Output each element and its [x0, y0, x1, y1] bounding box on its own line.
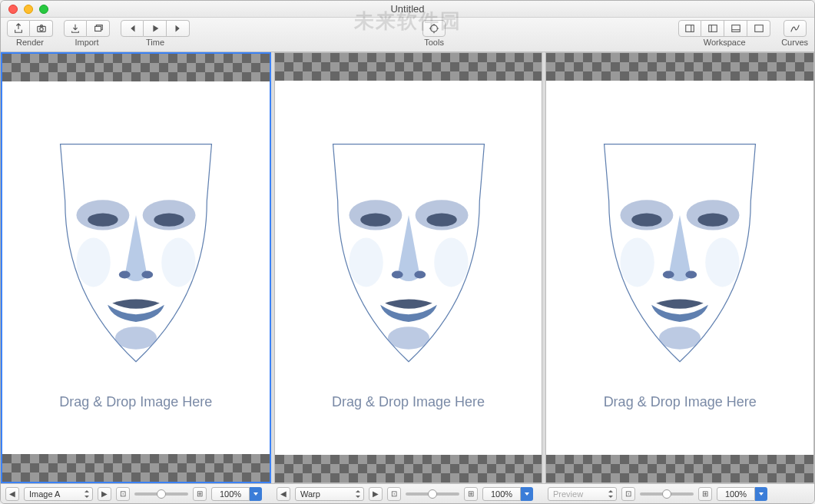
import-file-button[interactable]: [64, 20, 87, 37]
zoom-value: 100%: [211, 487, 250, 501]
workspace-1-button[interactable]: [678, 20, 701, 37]
traffic-lights: [1, 5, 48, 14]
svg-rect-15: [708, 25, 717, 32]
minimize-button[interactable]: [24, 5, 33, 14]
pane-warp[interactable]: Drag & Drop Image Here: [274, 52, 543, 483]
checker-bottom: [2, 454, 270, 482]
zoom-slider[interactable]: [406, 492, 459, 496]
mask-icon: [309, 125, 509, 371]
zoom-slider[interactable]: [640, 492, 694, 496]
next-image-button[interactable]: ▶: [98, 487, 111, 501]
curves-group: Curves: [781, 20, 808, 47]
checker-bottom: [275, 455, 542, 482]
svg-rect-16: [731, 25, 740, 32]
drop-text: Drag & Drop Image Here: [59, 394, 212, 410]
mask-icon: [36, 125, 236, 371]
tools-label: Tools: [424, 38, 444, 47]
image-selector[interactable]: Image A: [24, 487, 93, 501]
toolbar: 未来软件园 Render Import Time Tools: [1, 18, 814, 52]
pane-image-a[interactable]: Drag & Drop Image Here: [1, 52, 271, 483]
preview-selector[interactable]: Preview: [548, 487, 617, 501]
export-button[interactable]: [7, 20, 30, 37]
render-label: Render: [16, 38, 44, 47]
prev-image-button[interactable]: ◀: [5, 487, 19, 501]
pane-preview[interactable]: Drag & Drop Image Here: [545, 52, 814, 483]
bottom-section-a: ◀ Image A ▶ ⊡ ⊞ 100%: [1, 484, 272, 503]
svg-point-11: [39, 28, 42, 31]
svg-rect-12: [94, 26, 101, 31]
titlebar: Untitled: [1, 1, 814, 18]
svg-rect-14: [686, 25, 694, 32]
time-group: Time: [121, 20, 190, 47]
drop-text: Drag & Drop Image Here: [604, 394, 757, 410]
checker-bottom: [546, 455, 813, 482]
mask-icon: [580, 125, 780, 371]
checker-top: [275, 53, 542, 81]
import-group: Import: [64, 20, 110, 47]
zoom-reset-button[interactable]: ⊞: [464, 487, 478, 501]
import-label: Import: [75, 38, 98, 47]
import-stack-button[interactable]: [87, 20, 110, 37]
zoom-slider[interactable]: [134, 492, 188, 496]
zoom-reset-button[interactable]: ⊞: [698, 487, 712, 501]
tools-group: Tools: [422, 20, 446, 47]
workspace-group: Workspace: [678, 20, 770, 47]
bottom-section-warp: ◀ Warp ▶ ⊡ ⊞ 100%: [272, 484, 543, 503]
window-title: Untitled: [390, 3, 424, 15]
svg-rect-17: [754, 25, 763, 32]
next-warp-button[interactable]: ▶: [369, 487, 383, 501]
fit-button[interactable]: ⊡: [621, 487, 635, 501]
zoom-dropdown[interactable]: [521, 487, 533, 501]
warp-selector[interactable]: Warp: [295, 487, 364, 501]
time-play-button[interactable]: [144, 20, 167, 37]
close-button[interactable]: [8, 5, 18, 14]
prev-warp-button[interactable]: ◀: [277, 487, 290, 501]
tools-button[interactable]: [422, 20, 446, 37]
checker-top: [2, 54, 270, 81]
zoom-dropdown[interactable]: [755, 487, 767, 501]
workspace-2-button[interactable]: [701, 20, 724, 37]
drop-text: Drag & Drop Image Here: [332, 394, 485, 410]
render-group: Render: [7, 20, 53, 47]
fit-button[interactable]: ⊡: [387, 487, 401, 501]
curves-button[interactable]: [784, 20, 807, 37]
canvas-warp[interactable]: Drag & Drop Image Here: [275, 81, 542, 455]
bottombar: ◀ Image A ▶ ⊡ ⊞ 100% ◀ Warp ▶ ⊡ ⊞ 100% P…: [1, 483, 814, 503]
camera-button[interactable]: [30, 20, 53, 37]
bottom-section-preview: Preview ⊡ ⊞ 100%: [543, 484, 814, 503]
maximize-button[interactable]: [39, 5, 48, 14]
zoom-reset-button[interactable]: ⊞: [193, 487, 207, 501]
canvas-preview[interactable]: Drag & Drop Image Here: [546, 81, 813, 455]
time-end-button[interactable]: [167, 20, 190, 37]
zoom-value: 100%: [482, 487, 521, 501]
zoom-value: 100%: [717, 487, 755, 501]
curves-label: Curves: [781, 38, 808, 47]
workspace-4-button[interactable]: [747, 20, 770, 37]
workspace-label: Workspace: [704, 38, 746, 47]
fit-button[interactable]: ⊡: [116, 487, 130, 501]
time-start-button[interactable]: [121, 20, 144, 37]
zoom-dropdown[interactable]: [250, 487, 262, 501]
canvas-a[interactable]: Drag & Drop Image Here: [2, 81, 270, 454]
workspace-3-button[interactable]: [724, 20, 747, 37]
checker-top: [546, 53, 813, 81]
svg-point-13: [431, 25, 438, 32]
main-panes: Drag & Drop Image Here Drag & Drop Image…: [1, 52, 814, 483]
time-label: Time: [146, 38, 164, 47]
